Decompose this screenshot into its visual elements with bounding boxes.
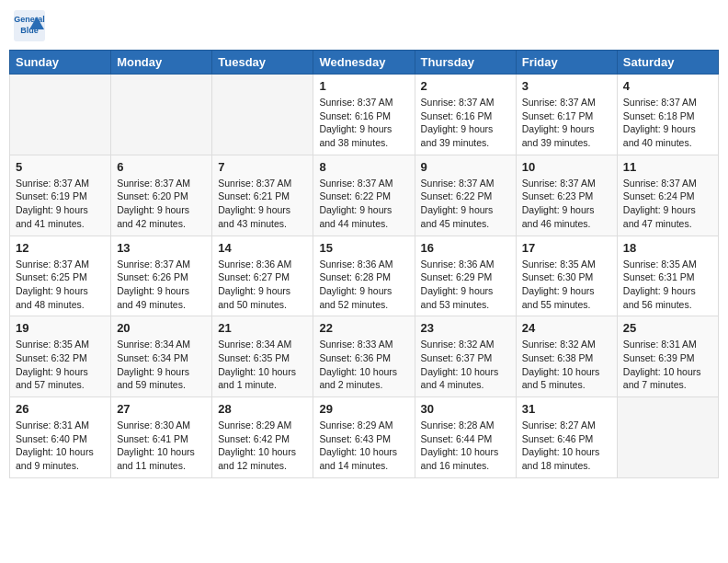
day-info: Sunrise: 8:37 AM Sunset: 6:25 PM Dayligh…	[16, 258, 105, 312]
day-info: Sunrise: 8:34 AM Sunset: 6:34 PM Dayligh…	[117, 338, 206, 392]
calendar-cell: 3Sunrise: 8:37 AM Sunset: 6:17 PM Daylig…	[516, 75, 617, 155]
calendar-cell	[10, 75, 111, 155]
day-number: 24	[522, 321, 611, 335]
day-info: Sunrise: 8:37 AM Sunset: 6:16 PM Dayligh…	[421, 96, 510, 150]
day-info: Sunrise: 8:37 AM Sunset: 6:18 PM Dayligh…	[623, 96, 712, 150]
day-number: 2	[421, 79, 510, 93]
page-header: General Blue	[9, 9, 719, 42]
calendar-cell: 14Sunrise: 8:36 AM Sunset: 6:27 PM Dayli…	[212, 236, 313, 316]
day-number: 5	[16, 160, 105, 174]
day-info: Sunrise: 8:36 AM Sunset: 6:27 PM Dayligh…	[218, 258, 307, 312]
day-number: 10	[522, 160, 611, 174]
weekday-header: Thursday	[415, 51, 516, 75]
day-number: 21	[218, 321, 307, 335]
day-info: Sunrise: 8:31 AM Sunset: 6:40 PM Dayligh…	[16, 419, 105, 473]
calendar-cell: 12Sunrise: 8:37 AM Sunset: 6:25 PM Dayli…	[10, 236, 111, 316]
day-number: 23	[421, 321, 510, 335]
calendar-cell: 9Sunrise: 8:37 AM Sunset: 6:22 PM Daylig…	[415, 155, 516, 236]
day-number: 22	[319, 321, 408, 335]
calendar-cell: 29Sunrise: 8:29 AM Sunset: 6:43 PM Dayli…	[313, 397, 415, 478]
day-info: Sunrise: 8:36 AM Sunset: 6:28 PM Dayligh…	[319, 258, 408, 312]
day-number: 20	[117, 321, 206, 335]
weekday-header-row: SundayMondayTuesdayWednesdayThursdayFrid…	[10, 51, 719, 75]
day-info: Sunrise: 8:36 AM Sunset: 6:29 PM Dayligh…	[421, 258, 510, 312]
calendar-cell: 24Sunrise: 8:32 AM Sunset: 6:38 PM Dayli…	[516, 316, 617, 397]
day-number: 17	[522, 241, 611, 255]
day-number: 7	[218, 160, 307, 174]
day-info: Sunrise: 8:30 AM Sunset: 6:41 PM Dayligh…	[117, 419, 206, 473]
calendar-cell: 11Sunrise: 8:37 AM Sunset: 6:24 PM Dayli…	[617, 155, 718, 236]
calendar-cell: 21Sunrise: 8:34 AM Sunset: 6:35 PM Dayli…	[212, 316, 313, 397]
day-info: Sunrise: 8:37 AM Sunset: 6:17 PM Dayligh…	[522, 96, 611, 150]
day-info: Sunrise: 8:37 AM Sunset: 6:16 PM Dayligh…	[319, 96, 408, 150]
day-number: 14	[218, 241, 307, 255]
day-number: 15	[319, 241, 408, 255]
calendar-cell: 26Sunrise: 8:31 AM Sunset: 6:40 PM Dayli…	[10, 397, 111, 478]
day-info: Sunrise: 8:35 AM Sunset: 6:32 PM Dayligh…	[16, 338, 105, 392]
day-number: 19	[16, 321, 105, 335]
day-info: Sunrise: 8:37 AM Sunset: 6:21 PM Dayligh…	[218, 177, 307, 231]
calendar-cell: 20Sunrise: 8:34 AM Sunset: 6:34 PM Dayli…	[111, 316, 212, 397]
weekday-header: Monday	[111, 51, 212, 75]
day-number: 31	[522, 402, 611, 416]
calendar-cell: 17Sunrise: 8:35 AM Sunset: 6:30 PM Dayli…	[516, 236, 617, 316]
day-number: 3	[522, 79, 611, 93]
day-info: Sunrise: 8:35 AM Sunset: 6:30 PM Dayligh…	[522, 258, 611, 312]
day-number: 29	[319, 402, 408, 416]
day-info: Sunrise: 8:37 AM Sunset: 6:26 PM Dayligh…	[117, 258, 206, 312]
day-number: 4	[623, 79, 712, 93]
logo-icon: General Blue	[13, 9, 46, 42]
calendar-cell: 2Sunrise: 8:37 AM Sunset: 6:16 PM Daylig…	[415, 75, 516, 155]
day-info: Sunrise: 8:33 AM Sunset: 6:36 PM Dayligh…	[319, 338, 408, 392]
calendar-cell: 10Sunrise: 8:37 AM Sunset: 6:23 PM Dayli…	[516, 155, 617, 236]
weekday-header: Friday	[516, 51, 617, 75]
calendar-cell	[212, 75, 313, 155]
day-info: Sunrise: 8:35 AM Sunset: 6:31 PM Dayligh…	[623, 258, 712, 312]
calendar-cell: 4Sunrise: 8:37 AM Sunset: 6:18 PM Daylig…	[617, 75, 718, 155]
calendar-cell: 28Sunrise: 8:29 AM Sunset: 6:42 PM Dayli…	[212, 397, 313, 478]
day-number: 12	[16, 241, 105, 255]
day-number: 1	[319, 79, 408, 93]
calendar-cell: 8Sunrise: 8:37 AM Sunset: 6:22 PM Daylig…	[313, 155, 415, 236]
calendar-cell: 25Sunrise: 8:31 AM Sunset: 6:39 PM Dayli…	[617, 316, 718, 397]
day-number: 13	[117, 241, 206, 255]
calendar-week-row: 12Sunrise: 8:37 AM Sunset: 6:25 PM Dayli…	[10, 236, 719, 316]
day-number: 30	[421, 402, 510, 416]
day-info: Sunrise: 8:32 AM Sunset: 6:37 PM Dayligh…	[421, 338, 510, 392]
day-number: 18	[623, 241, 712, 255]
calendar-week-row: 26Sunrise: 8:31 AM Sunset: 6:40 PM Dayli…	[10, 397, 719, 478]
day-info: Sunrise: 8:37 AM Sunset: 6:22 PM Dayligh…	[421, 177, 510, 231]
calendar-week-row: 19Sunrise: 8:35 AM Sunset: 6:32 PM Dayli…	[10, 316, 719, 397]
calendar-cell: 23Sunrise: 8:32 AM Sunset: 6:37 PM Dayli…	[415, 316, 516, 397]
day-number: 8	[319, 160, 408, 174]
day-info: Sunrise: 8:37 AM Sunset: 6:24 PM Dayligh…	[623, 177, 712, 231]
day-info: Sunrise: 8:32 AM Sunset: 6:38 PM Dayligh…	[522, 338, 611, 392]
weekday-header: Sunday	[10, 51, 111, 75]
weekday-header: Tuesday	[212, 51, 313, 75]
weekday-header: Wednesday	[313, 51, 415, 75]
calendar-week-row: 1Sunrise: 8:37 AM Sunset: 6:16 PM Daylig…	[10, 75, 719, 155]
svg-text:General: General	[14, 15, 45, 24]
calendar-cell: 18Sunrise: 8:35 AM Sunset: 6:31 PM Dayli…	[617, 236, 718, 316]
calendar-cell: 27Sunrise: 8:30 AM Sunset: 6:41 PM Dayli…	[111, 397, 212, 478]
day-number: 6	[117, 160, 206, 174]
calendar-cell: 30Sunrise: 8:28 AM Sunset: 6:44 PM Dayli…	[415, 397, 516, 478]
day-number: 28	[218, 402, 307, 416]
day-number: 25	[623, 321, 712, 335]
day-number: 9	[421, 160, 510, 174]
calendar-cell: 7Sunrise: 8:37 AM Sunset: 6:21 PM Daylig…	[212, 155, 313, 236]
day-info: Sunrise: 8:37 AM Sunset: 6:23 PM Dayligh…	[522, 177, 611, 231]
day-info: Sunrise: 8:37 AM Sunset: 6:20 PM Dayligh…	[117, 177, 206, 231]
calendar-cell	[617, 397, 718, 478]
calendar-cell: 1Sunrise: 8:37 AM Sunset: 6:16 PM Daylig…	[313, 75, 415, 155]
day-info: Sunrise: 8:34 AM Sunset: 6:35 PM Dayligh…	[218, 338, 307, 392]
calendar-table: SundayMondayTuesdayWednesdayThursdayFrid…	[9, 50, 719, 478]
calendar-cell: 19Sunrise: 8:35 AM Sunset: 6:32 PM Dayli…	[10, 316, 111, 397]
day-number: 27	[117, 402, 206, 416]
day-info: Sunrise: 8:37 AM Sunset: 6:19 PM Dayligh…	[16, 177, 105, 231]
day-info: Sunrise: 8:29 AM Sunset: 6:42 PM Dayligh…	[218, 419, 307, 473]
logo: General Blue	[13, 9, 46, 42]
day-info: Sunrise: 8:31 AM Sunset: 6:39 PM Dayligh…	[623, 338, 712, 392]
calendar-cell: 13Sunrise: 8:37 AM Sunset: 6:26 PM Dayli…	[111, 236, 212, 316]
day-info: Sunrise: 8:37 AM Sunset: 6:22 PM Dayligh…	[319, 177, 408, 231]
